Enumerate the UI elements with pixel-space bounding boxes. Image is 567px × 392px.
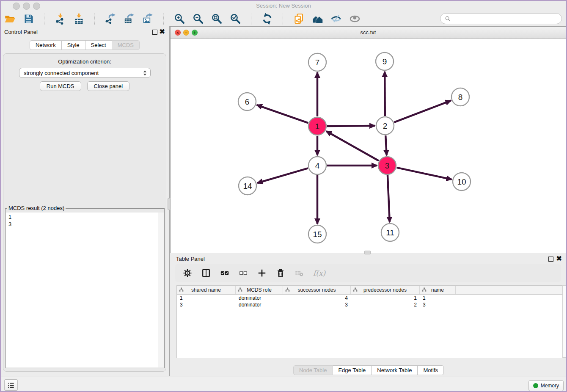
table-cell: 2: [351, 302, 420, 308]
node-11[interactable]: 11: [381, 224, 399, 241]
table-row[interactable]: 3dominator323: [177, 301, 562, 308]
column-header-predecessor-nodes[interactable]: predecessor nodes: [351, 286, 420, 294]
table-body: 1dominator4113dominator323: [177, 295, 562, 308]
show-all-icon[interactable]: [349, 13, 361, 25]
tab-select[interactable]: Select: [85, 40, 112, 50]
close-table-panel-icon[interactable]: ✖: [556, 254, 562, 263]
edge-3-to-10[interactable]: [397, 168, 452, 179]
task-history-button[interactable]: [4, 379, 18, 391]
close-panel-button[interactable]: Close panel: [87, 81, 130, 91]
edge-3-to-11[interactable]: [388, 175, 390, 222]
search-input[interactable]: [454, 15, 557, 22]
node-15[interactable]: 15: [308, 225, 326, 243]
column-header-label: MCDS role: [247, 287, 272, 293]
node-9[interactable]: 9: [376, 52, 394, 70]
close-panel-icon[interactable]: ✖: [160, 28, 165, 36]
node-14[interactable]: 14: [239, 177, 256, 195]
edge-4-to-14[interactable]: [257, 168, 308, 183]
table-cell: dominator: [236, 302, 283, 308]
table-row[interactable]: 1dominator411: [177, 295, 562, 301]
tab-node-table[interactable]: Node Table: [293, 365, 333, 375]
open-session-icon[interactable]: [4, 13, 16, 25]
control-panel-tabs: NetworkStyleSelectMCDS: [0, 40, 169, 50]
node-7[interactable]: 7: [308, 53, 326, 71]
save-session-icon[interactable]: [23, 13, 34, 25]
search-box[interactable]: [440, 13, 562, 24]
edge-1-to-2[interactable]: [327, 126, 375, 126]
edge-2-to-8[interactable]: [394, 101, 451, 122]
result-scrollbar[interactable]: [158, 213, 164, 367]
mcds-panel-body: Optimization criterion: strongly connect…: [3, 53, 166, 372]
table-toolbar: f(x): [175, 264, 561, 282]
tab-style[interactable]: Style: [62, 40, 85, 50]
panel-splitter-grip[interactable]: [168, 198, 171, 210]
home-icon[interactable]: [312, 13, 323, 25]
mcds-result-title: MCDS result (2 nodes): [7, 205, 66, 211]
float-table-panel-icon[interactable]: [548, 257, 553, 262]
toolbar-icons: [4, 13, 361, 25]
node-6[interactable]: 6: [238, 93, 256, 110]
settings-icon[interactable]: [183, 268, 192, 278]
window-resize-grip[interactable]: [364, 251, 371, 254]
memory-button[interactable]: Memory: [528, 380, 564, 391]
copy-network-icon[interactable]: [293, 13, 305, 25]
mcds-result-list[interactable]: 13: [6, 213, 158, 367]
export-table-icon[interactable]: [124, 13, 135, 25]
network-canvas[interactable]: 7968124314101511: [171, 39, 566, 253]
node-1[interactable]: 1: [308, 117, 326, 135]
edge-2-to-3[interactable]: [385, 135, 387, 155]
tree-icon: [238, 287, 242, 292]
tree-icon: [422, 287, 427, 292]
toolbar-separator: [44, 14, 45, 25]
zoom-fit-icon[interactable]: [211, 13, 223, 25]
table-cell: 3: [177, 302, 236, 308]
zoom-in-icon[interactable]: [174, 13, 185, 25]
export-image-icon[interactable]: [142, 13, 154, 25]
control-panel: Control Panel ✖ NetworkStyleSelectMCDS O…: [0, 26, 170, 376]
node-4[interactable]: 4: [308, 157, 326, 174]
edge-2-to-9[interactable]: [385, 72, 385, 116]
tab-mcds[interactable]: MCDS: [112, 40, 140, 50]
column-header-successor-nodes[interactable]: successor nodes: [283, 286, 351, 294]
result-line: 3: [8, 221, 158, 228]
node-3[interactable]: 3: [378, 157, 396, 174]
select-all-icon[interactable]: [220, 268, 229, 278]
deselect-all-icon[interactable]: [239, 268, 248, 278]
tab-network-table[interactable]: Network Table: [372, 365, 418, 375]
node-10[interactable]: 10: [453, 173, 471, 190]
column-header-shared-name[interactable]: shared name: [177, 286, 236, 294]
node-8[interactable]: 8: [451, 88, 469, 106]
edge-3-to-1[interactable]: [326, 131, 379, 161]
network-window-titlebar[interactable]: scc.txt: [171, 27, 566, 39]
tab-motifs[interactable]: Motifs: [418, 365, 444, 375]
columns-icon[interactable]: [201, 268, 211, 278]
zoom-selected-icon[interactable]: [230, 13, 241, 25]
tab-edge-table[interactable]: Edge Table: [333, 365, 372, 375]
column-header-name[interactable]: name: [420, 286, 456, 294]
column-header-MCDS-role[interactable]: MCDS role: [236, 286, 283, 294]
run-mcds-button[interactable]: Run MCDS: [40, 81, 81, 91]
dropdown-value: strongly connected component: [24, 70, 143, 76]
node-table: shared nameMCDS rolesuccessor nodesprede…: [176, 285, 562, 358]
float-panel-icon[interactable]: [152, 30, 157, 35]
tree-icon: [353, 287, 358, 292]
import-network-icon[interactable]: [55, 13, 66, 25]
refresh-icon[interactable]: [261, 13, 273, 25]
delete-table-icon[interactable]: [295, 268, 304, 278]
tree-icon: [179, 287, 184, 292]
node-2[interactable]: 2: [376, 117, 394, 135]
zoom-out-icon[interactable]: [193, 13, 204, 25]
hide-selected-icon[interactable]: [330, 13, 342, 25]
edge-1-to-6[interactable]: [257, 105, 308, 123]
column-header-label: name: [431, 287, 444, 293]
delete-row-icon[interactable]: [276, 268, 285, 278]
node-label: 7: [315, 58, 320, 67]
export-network-icon[interactable]: [105, 13, 116, 25]
tab-network[interactable]: Network: [30, 40, 62, 50]
function-builder-icon[interactable]: f(x): [313, 269, 325, 277]
tree-icon: [285, 287, 290, 292]
import-table-icon[interactable]: [73, 13, 85, 25]
table-cell: 1: [351, 295, 420, 301]
optimization-criterion-dropdown[interactable]: strongly connected component: [19, 68, 151, 78]
add-row-icon[interactable]: [257, 268, 267, 278]
